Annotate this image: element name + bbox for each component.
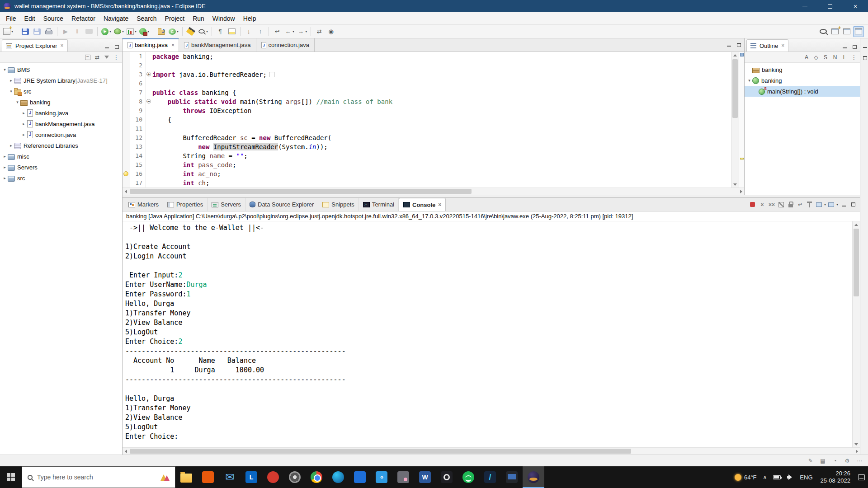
expander-icon[interactable]: ▸ xyxy=(21,111,27,115)
scroll-down-icon[interactable] xyxy=(731,181,739,188)
menu-source[interactable]: Source xyxy=(39,12,67,24)
menu-run[interactable]: Run xyxy=(189,12,208,24)
taskbar-vscode-button[interactable]: ‹› xyxy=(371,466,392,488)
last-edit-location-button[interactable]: ↩ xyxy=(272,26,283,37)
back-button[interactable]: ←▾ xyxy=(283,26,295,37)
editor-horizontal-scrollbar[interactable] xyxy=(123,188,744,195)
hide-local-types-icon[interactable]: L xyxy=(840,53,849,61)
editor-tab-bankManagement-java[interactable]: bankManagement.java xyxy=(179,38,256,52)
expander-icon[interactable]: ▸ xyxy=(2,154,8,159)
code-line[interactable]: 10 { xyxy=(123,115,731,124)
expander-icon[interactable]: ▸ xyxy=(8,143,14,148)
remove-launch-icon[interactable]: × xyxy=(758,201,766,209)
project-explorer-item-connection-java[interactable]: ▸connection.java xyxy=(0,129,122,140)
code-line[interactable]: 12 BufferedReader sc = new BufferedReade… xyxy=(123,133,731,142)
clock[interactable]: 20:26 25-08-2022 xyxy=(816,466,855,488)
code-line[interactable]: 6 xyxy=(123,79,731,88)
code-line[interactable]: 1package banking; xyxy=(123,52,731,61)
battery-indicator[interactable] xyxy=(770,466,784,488)
project-explorer-item-banking[interactable]: ▾banking xyxy=(0,97,122,108)
code-line[interactable]: 8− public static void main(String args[]… xyxy=(123,97,731,106)
mark-occurrences-button[interactable] xyxy=(226,26,237,37)
code-line[interactable]: 3+import java.io.BufferedReader; xyxy=(123,70,731,79)
external-tools-button[interactable]: ▾ xyxy=(138,26,150,37)
minimize-editor-button[interactable] xyxy=(724,40,733,50)
word-wrap-icon[interactable]: ↵ xyxy=(796,201,804,209)
code-line[interactable]: 11 xyxy=(123,124,731,133)
code-line[interactable]: 14 String name = ""; xyxy=(123,151,731,160)
run-button[interactable]: ▾ xyxy=(100,26,112,37)
view-menu-icon[interactable]: ⋮ xyxy=(112,53,120,61)
show-whitespace-button[interactable]: ¶ xyxy=(215,26,226,37)
menu-project[interactable]: Project xyxy=(161,12,189,24)
java-search-button[interactable]: ▾ xyxy=(197,26,209,37)
scroll-right-icon[interactable] xyxy=(854,448,860,455)
taskbar-search-box[interactable]: Type here to search xyxy=(22,466,175,488)
taskbar-spotify-button[interactable] xyxy=(458,466,479,488)
settings-gear-icon[interactable]: ⚙ xyxy=(843,457,851,465)
taskbar-gray-pink-app-button[interactable] xyxy=(392,466,414,488)
close-view-icon[interactable]: × xyxy=(60,42,63,49)
code-line[interactable]: 13 new InputStreamReader(System.in)); xyxy=(123,142,731,151)
view-tab-terminal[interactable]: Terminal xyxy=(359,198,399,211)
expander-icon[interactable]: ▸ xyxy=(8,78,14,83)
maximize-view-button[interactable] xyxy=(112,42,121,52)
outline-tab[interactable]: Outline × xyxy=(746,39,788,52)
action-center-button[interactable] xyxy=(855,466,868,488)
more-icon[interactable]: ⋯ xyxy=(855,457,863,465)
save-button[interactable] xyxy=(20,26,31,37)
coverage-button[interactable]: ▾ xyxy=(126,26,137,37)
expander-icon[interactable]: ▾ xyxy=(2,67,8,72)
expander-icon[interactable]: ▸ xyxy=(21,132,27,137)
save-all-button[interactable] xyxy=(32,26,42,37)
outline-item-main-string-void[interactable]: main(String[]) : void xyxy=(745,86,860,97)
taskbar-orange-app-button[interactable] xyxy=(197,466,219,488)
minimize-view-icon[interactable] xyxy=(840,201,848,209)
project-explorer-item-banking-java[interactable]: ▸banking.java xyxy=(0,108,122,118)
edit-pencil-icon[interactable]: ✎ xyxy=(807,457,815,465)
remove-all-terminated-icon[interactable]: ×× xyxy=(768,201,776,209)
scrollbar-thumb[interactable] xyxy=(130,189,472,194)
pin-console-icon[interactable] xyxy=(806,201,814,209)
project-explorer-item-servers[interactable]: ▸Servers xyxy=(0,162,122,173)
taskbar-wheel-app-button[interactable] xyxy=(284,466,306,488)
perspective-java-ee-button[interactable] xyxy=(841,26,852,37)
project-explorer-item-bms[interactable]: ▾BMS xyxy=(0,64,122,75)
console-vertical-scrollbar[interactable] xyxy=(852,221,860,447)
code-line[interactable]: 2 xyxy=(123,61,731,70)
new-button[interactable]: ▾ xyxy=(2,26,14,37)
menu-help[interactable]: Help xyxy=(239,12,260,24)
expander-icon[interactable]: ▸ xyxy=(21,122,27,126)
project-explorer-tab[interactable]: Project Explorer × xyxy=(2,39,68,52)
menu-search[interactable]: Search xyxy=(132,12,160,24)
menu-window[interactable]: Window xyxy=(208,12,239,24)
menu-navigate[interactable]: Navigate xyxy=(99,12,132,24)
view-tab-snippets[interactable]: Snippets xyxy=(318,198,359,211)
scroll-lock-icon[interactable] xyxy=(787,201,795,209)
expander-icon[interactable]: ▸ xyxy=(2,165,8,169)
quick-search-button[interactable] xyxy=(818,26,829,37)
minimize-view-button[interactable] xyxy=(840,42,849,52)
terminate-icon[interactable] xyxy=(749,201,757,209)
open-type-button[interactable] xyxy=(185,26,196,37)
pin-editor-button[interactable]: ◉ xyxy=(326,26,336,37)
hide-fields-icon[interactable]: ◇ xyxy=(812,53,820,61)
overview-warning-marker[interactable] xyxy=(740,158,744,160)
collapsed-code-icon[interactable] xyxy=(269,72,274,77)
scrollbar-thumb[interactable] xyxy=(854,229,859,296)
close-view-icon[interactable]: × xyxy=(438,202,441,208)
editor-tab-connection-java[interactable]: connection.java xyxy=(256,38,315,52)
language-indicator[interactable]: ENG xyxy=(797,466,816,488)
next-annotation-button[interactable]: ↓ xyxy=(243,26,254,37)
project-explorer-item-referenced-libraries[interactable]: ▸Referenced Libraries xyxy=(0,140,122,151)
taskbar-edge-globe-button[interactable] xyxy=(327,466,349,488)
collapse-all-icon[interactable] xyxy=(84,53,92,61)
previous-annotation-button[interactable]: ↑ xyxy=(255,26,266,37)
view-tab-markers[interactable]: Markers xyxy=(124,198,163,211)
close-view-icon[interactable]: × xyxy=(781,42,784,49)
project-explorer-item-jre-system-library[interactable]: ▸JRE System Library [JavaSE-17] xyxy=(0,75,122,86)
minimize-button[interactable] xyxy=(792,0,817,12)
code-line[interactable]: 16 int ac_no; xyxy=(123,169,731,178)
close-button[interactable]: × xyxy=(843,0,868,12)
taskbar-eclipse-button[interactable] xyxy=(523,466,544,488)
